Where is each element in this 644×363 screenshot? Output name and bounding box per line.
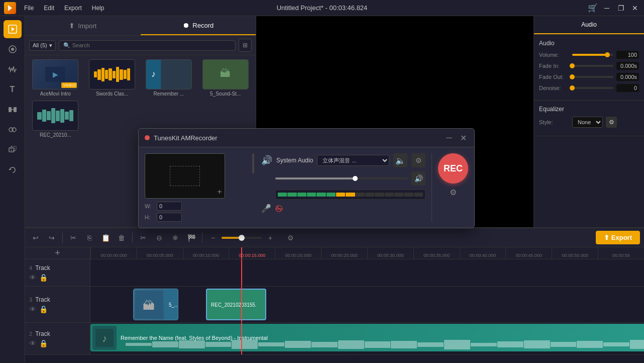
filter-label: All (5) [33, 42, 47, 48]
split-button[interactable]: ⊖ [153, 231, 166, 244]
audio-clip-2[interactable]: ♪ Remember the Name (feat. Styles of Bey… [90, 324, 644, 351]
track-lock-btn-2[interactable]: 🔒 [39, 339, 48, 347]
undo-button[interactable]: ↩ [29, 231, 42, 244]
fade-out-row: Fade Out: 0.000s [539, 73, 639, 81]
record-tab[interactable]: ⏺ Record [141, 16, 256, 35]
record-button[interactable]: REC [438, 153, 468, 184]
settings-audio-btn[interactable]: ⚙ [411, 153, 425, 167]
width-label: W: [145, 203, 155, 209]
track-content-3[interactable]: 🏔 5_... REC_20210203155. [90, 287, 644, 322]
sidebar-undo-btn[interactable] [4, 161, 22, 179]
sidebar-transitions-btn[interactable] [4, 101, 22, 119]
window-title: Untitled Project* - 00:03:46.824 [277, 4, 368, 12]
recorder-settings-button[interactable]: ⚙ [450, 188, 457, 197]
sidebar-effects-btn[interactable] [4, 121, 22, 139]
fade-out-slider[interactable] [572, 76, 613, 78]
recorder-side: REC ⚙ [438, 153, 468, 197]
eq-settings-button[interactable]: ⚙ [606, 117, 617, 128]
fade-in-slider[interactable] [572, 65, 613, 67]
denoise-row: Denoise: 0 [539, 84, 639, 92]
zoom-out-button[interactable]: − [206, 231, 220, 244]
audio-vol-slider[interactable] [275, 177, 408, 179]
list-item[interactable]: ♪ Remember ... [143, 59, 195, 97]
equalizer-style: None ⚙ [572, 117, 617, 128]
sidebar-overlay-btn[interactable] [4, 141, 22, 159]
delete-button[interactable]: 🗑 [115, 231, 128, 244]
track-name-3: Track [35, 296, 50, 303]
speaker-output-btn[interactable]: 🔈 [393, 153, 407, 167]
recorder-close-button[interactable]: ✕ [458, 133, 468, 143]
menu-edit[interactable]: Edit [42, 4, 56, 13]
sidebar-text-btn[interactable]: T [4, 80, 22, 99]
audio-bar-15 [414, 193, 423, 197]
zoom-track[interactable] [222, 237, 262, 239]
denoise-label: Denoise: [539, 85, 569, 91]
marker-button[interactable]: 🏁 [185, 231, 198, 244]
sidebar-media-btn[interactable] [4, 20, 22, 38]
mic-mute-button[interactable]: 🎤 [261, 204, 271, 213]
recorded-clip-3[interactable]: REC_20210203155. [206, 289, 266, 320]
recorder-minimize-button[interactable]: ─ [444, 133, 454, 143]
import-tab[interactable]: ⬆ Import [25, 16, 141, 35]
track-header-3: 3 Track 👁 🔒 [25, 287, 90, 322]
import-tab-label: Import [78, 22, 96, 30]
svg-point-9 [12, 128, 16, 132]
track-visibility-btn-2[interactable]: 👁 [29, 339, 36, 347]
volume-slider[interactable] [572, 54, 613, 56]
paste-button[interactable]: 📋 [99, 231, 112, 244]
track-visibility-btn-4[interactable]: 👁 [29, 274, 36, 282]
denoise-slider[interactable] [572, 87, 613, 89]
list-item[interactable]: 🏔 5_Sound-St... [199, 59, 252, 97]
title-bar: File Edit Export Help Untitled Project* … [0, 0, 644, 16]
track-lock-btn-3[interactable]: 🔒 [39, 305, 48, 313]
width-input[interactable] [157, 202, 182, 211]
filter-select[interactable]: All (5) ▾ [29, 40, 56, 51]
audio-bar-2 [287, 193, 296, 197]
grid-view-btn[interactable]: ⊞ [239, 39, 252, 52]
sidebar-audio-wave-btn[interactable] [4, 60, 22, 78]
volume-label: Volume: [539, 52, 569, 58]
add-track-button[interactable]: + [51, 247, 64, 259]
search-input[interactable] [72, 42, 231, 48]
list-item[interactable]: Swords Clas... [86, 59, 139, 97]
cut-button[interactable]: ✂ [67, 231, 80, 244]
playhead-track-4 [241, 259, 242, 286]
audio-tab[interactable]: Audio [534, 16, 644, 34]
style-select[interactable]: None [572, 117, 603, 128]
zoom-in-button[interactable]: + [264, 231, 277, 244]
audio-bar-3 [297, 193, 306, 197]
svg-text:♪: ♪ [151, 69, 156, 79]
screen-preview[interactable]: ＋ [145, 153, 225, 199]
ruler-mark-10: 00:00:50.000 [552, 247, 598, 259]
list-item[interactable]: REC_20210... [29, 101, 82, 138]
menu-help[interactable]: Help [90, 4, 106, 13]
menu-file[interactable]: File [22, 4, 36, 13]
copy-button[interactable]: ⎘ [83, 231, 96, 244]
maximize-button[interactable]: ❐ [616, 3, 626, 13]
track-lock-btn-4[interactable]: 🔒 [39, 274, 48, 282]
settings-timeline-btn[interactable]: ⚙ [284, 231, 297, 244]
track-content-4[interactable] [90, 259, 644, 286]
video-clip-3[interactable]: 🏔 5_... [133, 289, 178, 320]
ruler-mark-6: 00:00:30.000 [367, 247, 413, 259]
menu-export[interactable]: Export [62, 4, 84, 13]
audio-device-select[interactable]: 立体声混音 ... [317, 155, 389, 166]
redo-button[interactable]: ↪ [45, 231, 58, 244]
scissors-button[interactable]: ✂ [137, 231, 150, 244]
close-button[interactable]: ✕ [630, 3, 640, 13]
width-row: W: [145, 202, 245, 211]
volume-output-btn[interactable]: 🔊 [411, 171, 425, 186]
freeze-button[interactable]: ❄ [169, 231, 182, 244]
import-icon: ⬆ [69, 22, 75, 30]
timeline-ruler: + 00:00:00.000 00:00:05.000 00:00:10.000… [25, 247, 644, 259]
export-button[interactable]: ⬆ Export [596, 231, 640, 244]
height-input[interactable] [157, 213, 182, 222]
sidebar-filter-btn[interactable] [4, 40, 22, 58]
mic-row: 🎤 🚫 [261, 204, 425, 213]
minimize-button[interactable]: ─ [602, 3, 612, 13]
list-item[interactable]: ▶ VIDEO AceMovi Intro [29, 59, 82, 97]
resize-handle[interactable] [251, 153, 255, 173]
track-content-2[interactable]: ♪ Remember the Name (feat. Styles of Bey… [90, 323, 644, 354]
track-visibility-btn-3[interactable]: 👁 [29, 305, 36, 313]
cart-icon[interactable]: 🛒 [588, 3, 598, 13]
